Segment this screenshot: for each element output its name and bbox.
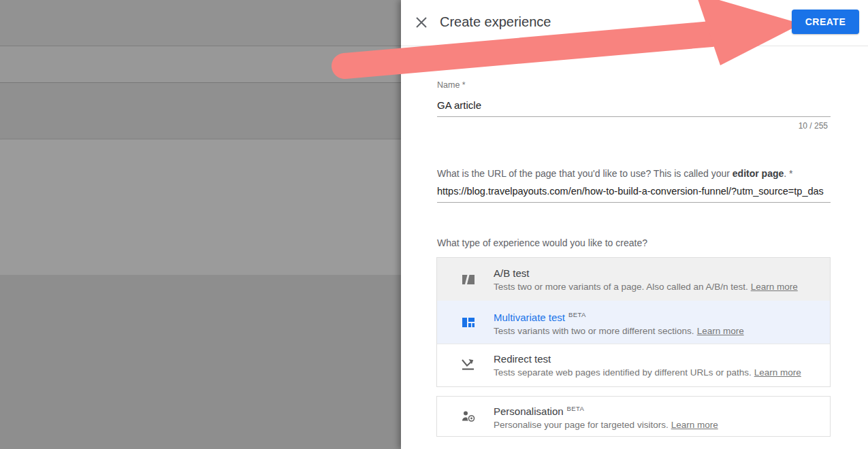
experience-type-question: What type of experience would you like t… <box>437 237 647 248</box>
name-char-counter: 10 / 255 <box>437 121 828 131</box>
redirect-test-icon <box>460 357 477 373</box>
option-description: Tests variants with two or more differen… <box>494 326 744 336</box>
name-input-underline <box>437 116 831 117</box>
option-description: Tests separate web pages identified by d… <box>494 367 801 378</box>
create-button[interactable]: CREATE <box>792 10 859 34</box>
personalisation-icon <box>460 408 477 425</box>
personalisation-box: PersonalisationBETA Personalise your pag… <box>436 396 831 437</box>
experience-type-list: A/B test Tests two or more variants of a… <box>436 257 831 387</box>
ab-test-icon <box>460 271 477 288</box>
beta-badge: BETA <box>567 405 585 412</box>
option-ab-test[interactable]: A/B test Tests two or more variants of a… <box>437 258 830 301</box>
editor-page-url-input[interactable]: https://blog.travelpayouts.com/en/how-to… <box>437 186 831 197</box>
option-multivariate-test[interactable]: Multivariate testBETA Tests variants wit… <box>437 301 830 344</box>
option-title: Redirect test <box>494 353 801 365</box>
option-description: Tests two or more variants of a page. Al… <box>494 282 798 292</box>
option-title: PersonalisationBETA <box>494 403 718 418</box>
url-question-bold: editor page <box>733 168 784 179</box>
learn-more-link[interactable]: Learn more <box>671 420 718 430</box>
option-title: Multivariate testBETA <box>494 309 744 324</box>
optimize-create-experience-screen: Experiences that you create will live he… <box>0 0 868 449</box>
option-personalisation[interactable]: PersonalisationBETA Personalise your pag… <box>437 397 830 436</box>
name-input[interactable]: GA article <box>437 99 481 111</box>
url-input-underline <box>437 202 831 203</box>
learn-more-link[interactable]: Learn more <box>697 326 744 336</box>
option-redirect-test[interactable]: Redirect test Tests separate web pages i… <box>437 344 830 386</box>
option-title: A/B test <box>494 267 798 280</box>
learn-more-link[interactable]: Learn more <box>754 367 801 378</box>
close-icon[interactable] <box>413 14 430 31</box>
create-experience-panel: Create experience CREATE Name * GA artic… <box>401 0 868 449</box>
learn-more-link[interactable]: Learn more <box>751 282 798 292</box>
url-question-suffix: . * <box>784 168 792 179</box>
url-question: What is the URL of the page that you'd l… <box>437 168 793 179</box>
beta-badge: BETA <box>568 311 586 318</box>
url-question-prefix: What is the URL of the page that you'd l… <box>437 168 733 179</box>
page-title: Create experience <box>440 14 551 30</box>
name-field-label: Name * <box>437 80 466 90</box>
option-description: Personalise your page for targeted visit… <box>494 420 718 430</box>
multivariate-test-icon <box>460 314 477 331</box>
panel-header: Create experience CREATE <box>401 0 868 46</box>
